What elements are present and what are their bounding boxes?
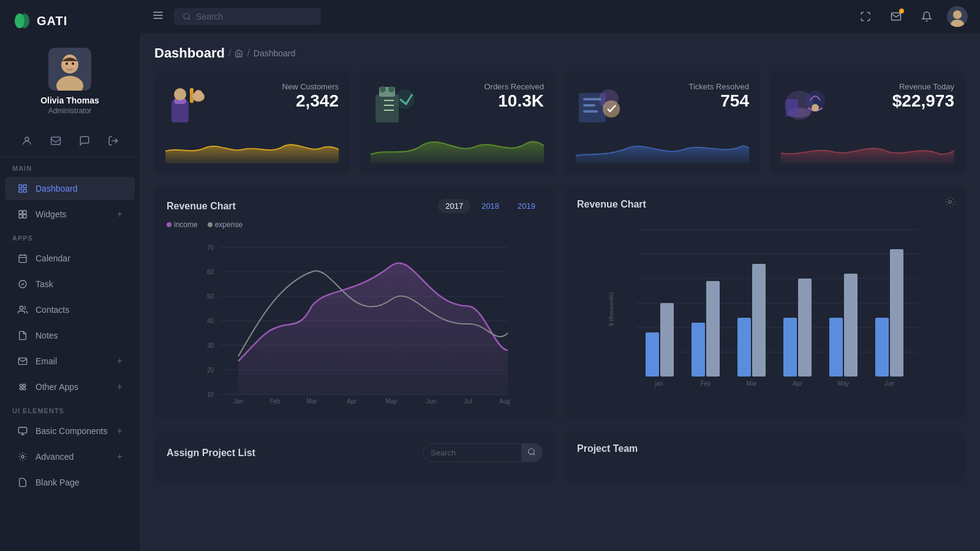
svg-point-23	[20, 388, 22, 390]
mail-icon[interactable]	[46, 131, 66, 151]
svg-rect-97	[875, 318, 889, 377]
sidebar-item-task[interactable]: Task	[5, 272, 135, 296]
svg-point-45	[395, 89, 415, 109]
revenue-today-chart	[781, 130, 954, 163]
sidebar-item-contacts[interactable]: Contacts	[5, 298, 135, 321]
sidebar-item-email[interactable]: Email +	[5, 350, 135, 373]
svg-text:70: 70	[207, 244, 214, 251]
sidebar-item-advanced[interactable]: Advanced +	[5, 445, 135, 468]
dashboard-icon	[17, 183, 28, 194]
svg-point-56	[812, 104, 819, 111]
email-plus-icon[interactable]: +	[117, 356, 123, 367]
svg-text:Jun: Jun	[426, 398, 436, 405]
sidebar-item-calendar-label: Calendar	[36, 253, 70, 263]
hamburger-menu[interactable]	[152, 9, 164, 24]
revenue-today-title: Revenue Today	[892, 82, 954, 91]
settings-gear-icon[interactable]	[944, 197, 956, 210]
svg-text:Feb: Feb	[270, 398, 281, 405]
tab-2017[interactable]: 2017	[438, 199, 470, 213]
sidebar-item-other-apps[interactable]: Other Apps +	[5, 375, 135, 399]
new-customers-chart	[165, 130, 339, 163]
svg-text:Mar: Mar	[746, 380, 757, 387]
sidebar-item-notes[interactable]: Notes	[5, 324, 135, 347]
bell-button[interactable]	[916, 6, 937, 27]
revenue-line-chart-card: Revenue Chart 2017 2018 2019 income expe…	[154, 187, 555, 419]
assign-project-card: Assign Project List	[154, 431, 555, 482]
user-icon[interactable]	[17, 131, 37, 151]
mail-button[interactable]	[886, 6, 907, 27]
sidebar-logo: GATI	[0, 0, 140, 42]
logo-icon	[12, 11, 32, 31]
assign-project-title: Assign Project List	[167, 448, 255, 459]
tab-2018[interactable]: 2018	[474, 199, 507, 213]
bar-chart-area: $ (thousands)	[577, 217, 953, 389]
income-legend-label: income	[174, 220, 198, 229]
stat-card-new-customers: New Customers 2,342	[154, 71, 350, 174]
svg-text:10: 10	[207, 391, 214, 398]
revenue-bar-chart-card: Revenue Chart $ (thousands)	[565, 187, 965, 419]
tickets-resolved-value: 754	[689, 91, 750, 111]
svg-rect-18	[19, 255, 26, 263]
svg-rect-91	[737, 318, 751, 377]
svg-rect-94	[798, 279, 812, 377]
tab-2019[interactable]: 2019	[510, 199, 543, 213]
svg-text:Jun: Jun	[884, 380, 894, 387]
project-team-header: Project Team	[577, 443, 953, 454]
sidebar-item-widgets[interactable]: Widgets +	[5, 203, 135, 226]
chat-icon[interactable]	[75, 131, 94, 151]
stat-card-revenue-today: Revenue Today $22,973	[770, 71, 965, 174]
svg-point-20	[20, 306, 23, 309]
svg-rect-93	[783, 318, 797, 377]
advanced-plus-icon[interactable]: +	[117, 451, 123, 462]
search-icon	[183, 12, 191, 21]
logout-icon[interactable]	[104, 131, 123, 151]
svg-text:60: 60	[207, 269, 214, 276]
search-input[interactable]	[196, 12, 306, 21]
svg-rect-48	[583, 98, 601, 100]
widgets-plus-icon[interactable]: +	[117, 209, 123, 220]
svg-rect-87	[646, 332, 659, 377]
svg-rect-13	[23, 189, 26, 192]
sidebar-item-calendar[interactable]: Calendar	[5, 247, 135, 270]
svg-point-44	[388, 86, 394, 92]
svg-rect-96	[844, 274, 858, 377]
search-small-icon	[527, 448, 536, 456]
tickets-resolved-title: Tickets Resolved	[689, 82, 750, 91]
sidebar-quick-icons	[0, 125, 140, 157]
svg-point-32	[953, 10, 962, 19]
avatar	[48, 48, 91, 91]
sidebar-item-advanced-label: Advanced	[36, 452, 74, 462]
svg-point-21	[20, 384, 22, 386]
svg-point-109	[529, 449, 534, 454]
user-profile: Olivia Thomas Administrator	[0, 42, 140, 125]
advanced-icon	[17, 451, 28, 462]
assign-project-search-input[interactable]	[423, 444, 521, 461]
sidebar: GATI Olivia Thomas Administrator	[0, 0, 140, 551]
svg-text:Jan: Jan	[233, 398, 243, 405]
svg-point-1	[20, 13, 29, 28]
svg-rect-16	[19, 215, 22, 218]
svg-point-6	[66, 62, 68, 65]
other-apps-plus-icon[interactable]: +	[117, 381, 123, 392]
svg-rect-49	[583, 104, 595, 107]
assign-project-search-button[interactable]	[521, 444, 542, 462]
fullscreen-button[interactable]	[855, 6, 876, 27]
sidebar-item-dashboard[interactable]: Dashboard	[5, 177, 135, 200]
svg-text:40: 40	[207, 318, 214, 324]
orders-received-illustration	[371, 82, 420, 125]
basic-components-plus-icon[interactable]: +	[117, 425, 123, 437]
svg-text:50: 50	[207, 293, 214, 300]
bar-chart-header: Revenue Chart	[577, 199, 953, 210]
widgets-icon	[17, 209, 28, 220]
assign-project-search[interactable]	[423, 443, 543, 462]
project-team-title: Project Team	[577, 443, 638, 454]
search-box[interactable]	[174, 8, 321, 25]
svg-text:Apr: Apr	[793, 380, 802, 387]
sidebar-item-basic-components[interactable]: Basic Components +	[5, 419, 135, 443]
sidebar-item-blank-page[interactable]: Blank Page	[5, 471, 135, 494]
svg-rect-10	[19, 185, 22, 188]
svg-point-5	[62, 54, 77, 70]
line-chart-area: 70 60 50 40 30 20 10 Jan Feb Mar Apr May…	[167, 235, 543, 407]
svg-rect-92	[752, 264, 766, 377]
user-avatar-button[interactable]	[947, 6, 968, 27]
